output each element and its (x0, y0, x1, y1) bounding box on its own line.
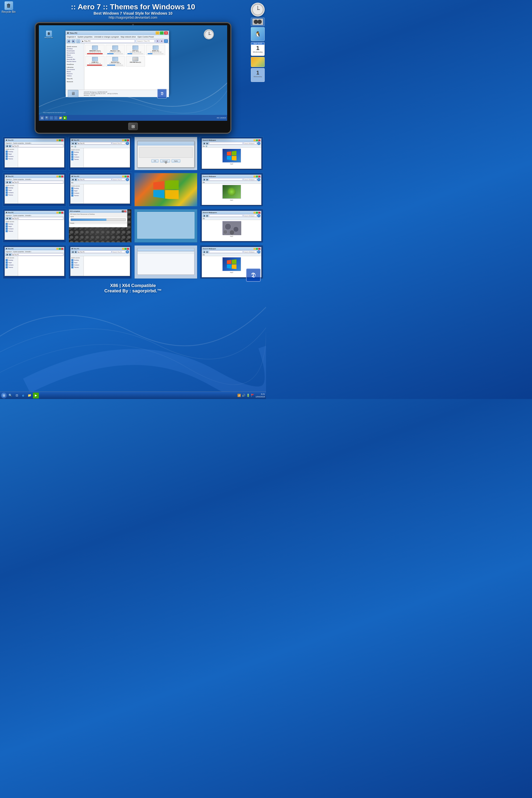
mini-uninstall-5[interactable]: Uninstall o (25, 215, 31, 216)
mini-sysprops-5[interactable]: System properties (13, 215, 24, 216)
drive-e[interactable]: SOFT (E:) 70 GB free of 100 GB (126, 45, 145, 55)
sw-help-1[interactable]: ? (257, 142, 261, 145)
mini-search-2[interactable]: Search This PC (112, 142, 125, 145)
mini-search-7[interactable]: Search This PC (112, 251, 125, 253)
sw-back-1[interactable]: ◀ (203, 142, 205, 145)
close-button[interactable]: ✕ (164, 32, 168, 35)
tablet-taskview-icon[interactable]: ⊡ (50, 116, 53, 120)
mini-sysprops-1[interactable]: System properties (13, 142, 24, 144)
sidebar-lib-vids[interactable]: Videos (66, 75, 83, 77)
toolbar-control-panel[interactable]: Open Control Panel (137, 36, 154, 38)
mini-back-5[interactable]: ◀ (5, 217, 8, 220)
mini-close-6[interactable] (61, 248, 63, 250)
mini-organize-5[interactable]: Organize ▾ (5, 215, 12, 216)
sw-max-4[interactable] (256, 248, 258, 250)
mini-fwd-5[interactable]: ▶ (9, 217, 12, 220)
taskbar-ie-btn[interactable]: e (20, 393, 26, 398)
mini-back-2[interactable]: ◀ (71, 142, 74, 145)
sw-help-2[interactable]: ? (257, 178, 261, 181)
taskbar-search-icon[interactable]: 🔍 (7, 393, 13, 398)
sw-search-3[interactable]: Search Wallpaper (243, 214, 257, 217)
mini-contacts-1[interactable]: Contacts (5, 155, 17, 157)
sw-help-3[interactable]: ? (257, 214, 261, 217)
sidebar-pictures[interactable]: Pictures (66, 56, 83, 58)
mini-sagor-2[interactable]: Sagor (71, 153, 83, 156)
mini-sagor-5[interactable]: Sagor (5, 225, 17, 227)
mini-desktop-6[interactable]: Desktop (5, 259, 17, 261)
mini-max-5[interactable] (59, 212, 61, 214)
mini-sagor-4[interactable]: Sagor (71, 189, 83, 192)
drive-c[interactable]: WINDOWS 10 (C:) 1.03 GB free of 100 GB (86, 45, 104, 55)
mini-themes-1[interactable]: Themes (5, 157, 17, 160)
sw-max-3[interactable] (256, 212, 258, 214)
mini-desktop-4[interactable]: Desktop (71, 187, 83, 189)
mini-contacts-3[interactable]: Contacts (5, 191, 17, 194)
drive-i[interactable]: DVD RW Drive (I:) (126, 56, 145, 66)
sw-fwd-1[interactable]: ▶ (206, 142, 209, 145)
sidebar-lib-docs[interactable]: Documents (66, 68, 83, 71)
sw-addr-1[interactable] (209, 142, 243, 145)
sw-min-4[interactable] (253, 248, 255, 250)
progress-pause[interactable]: ⏸ (122, 210, 124, 212)
sidebar-music[interactable]: Music (66, 54, 83, 56)
mini-contacts-6[interactable]: Contacts (5, 264, 17, 266)
tablet-start-btn[interactable]: ⊞ (40, 116, 44, 120)
toolbar-system-props[interactable]: System properties (77, 36, 92, 38)
mini-max-4[interactable] (125, 175, 127, 177)
mini-sagor-3[interactable]: Sagor (5, 189, 17, 191)
mini-max-7[interactable] (125, 248, 127, 250)
mini-back-1[interactable]: ◀ (5, 145, 8, 147)
sw-min-3[interactable] (253, 212, 255, 214)
mini-sagor-7[interactable]: Sagor (71, 261, 83, 264)
sw-min-1[interactable] (253, 139, 255, 141)
mini-themes-4[interactable]: Themes (71, 194, 83, 196)
sw-back-4[interactable]: ◀ (203, 251, 205, 253)
mini-help-7[interactable]: ? (126, 250, 129, 253)
help-btn[interactable]: ? (164, 39, 168, 43)
mini-addr-2[interactable]: ▶ This PC (78, 142, 111, 145)
mini-themes-3[interactable]: Themes (5, 194, 17, 196)
mini-contacts-7[interactable]: Contacts (71, 264, 83, 266)
mini-uninstall-3[interactable]: Uninstall o (25, 178, 31, 180)
mini-desktop-5[interactable]: Desktop (5, 223, 17, 225)
mini-min-2[interactable] (122, 139, 124, 141)
dialog-apply-1[interactable]: Apply (172, 159, 180, 163)
mini-close-5[interactable] (61, 212, 63, 214)
sw-back-2[interactable]: ◀ (203, 178, 205, 181)
mini-themes-5[interactable]: Themes (5, 230, 17, 232)
mini-desktop-2[interactable]: Desktop (71, 151, 83, 153)
mini-themes-7[interactable]: Themes (71, 266, 83, 268)
mini-uninstall-6[interactable]: Uninstall o (25, 251, 31, 252)
mini-close-3[interactable] (61, 175, 63, 177)
toolbar-organize[interactable]: Organize ▾ (67, 36, 76, 38)
drive-h[interactable]: BACKUP (H:) 21 GB free of 286 GB (106, 56, 125, 66)
mini-organize-1[interactable]: Organize ▾ (5, 142, 12, 144)
address-bar[interactable]: ▶ This PC (81, 39, 135, 43)
sw-max-2[interactable] (256, 175, 258, 177)
mini-contacts-2[interactable]: Contacts (71, 156, 83, 158)
mini-addr-7[interactable]: ▶ This PC (78, 251, 111, 253)
minimize-button[interactable]: ─ (156, 32, 159, 35)
mini-max-2[interactable] (125, 139, 127, 141)
mini-back-6[interactable]: ◀ (5, 253, 8, 256)
taskbar-taskview-btn[interactable]: ⊡ (14, 393, 20, 398)
mini-search-4[interactable]: Search This PC (112, 178, 125, 180)
forward-button[interactable]: ▶ (72, 39, 75, 43)
drive-d[interactable]: Windows 7 (D:) 60 GB free of 100 GB (106, 45, 125, 55)
mini-fwd-1[interactable]: ▶ (9, 145, 12, 147)
mini-addr-5[interactable]: ▶ This PC (12, 217, 63, 220)
mini-organize-3[interactable]: Organize ▾ (5, 178, 12, 180)
view-btn-1[interactable]: ☰ (156, 39, 159, 43)
mini-fwd-2[interactable]: ▶ (75, 142, 77, 145)
view-btn-2[interactable]: ⊞ (160, 39, 164, 43)
sidebar-downloads[interactable]: Downloads (66, 50, 83, 52)
sw-fwd-4[interactable]: ▶ (206, 251, 209, 253)
sidebar-documents[interactable]: Documents (66, 52, 83, 54)
mini-sagor-6[interactable]: Sagor (5, 261, 17, 264)
mini-sysprops-3[interactable]: System properties (13, 178, 24, 180)
tablet-windows-button[interactable] (128, 122, 138, 130)
mini-organize-6[interactable]: Organize ▾ (5, 251, 12, 252)
mini-max-1[interactable]: □ (59, 139, 61, 141)
mini-help-2[interactable]: ? (126, 142, 129, 145)
mini-themes-6[interactable]: Themes (5, 266, 17, 268)
